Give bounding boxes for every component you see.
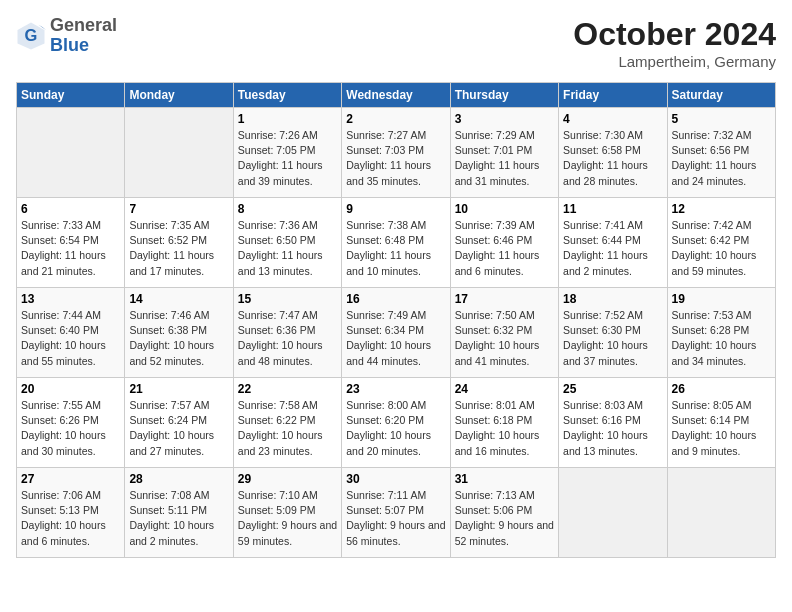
day-detail: Sunrise: 7:41 AMSunset: 6:44 PMDaylight:… <box>563 218 662 279</box>
day-detail: Sunrise: 8:00 AMSunset: 6:20 PMDaylight:… <box>346 398 445 459</box>
col-header-saturday: Saturday <box>667 83 775 108</box>
day-detail: Sunrise: 7:55 AMSunset: 6:26 PMDaylight:… <box>21 398 120 459</box>
day-detail: Sunrise: 7:58 AMSunset: 6:22 PMDaylight:… <box>238 398 337 459</box>
calendar-week-1: 1Sunrise: 7:26 AMSunset: 7:05 PMDaylight… <box>17 108 776 198</box>
day-number: 21 <box>129 382 228 396</box>
day-detail: Sunrise: 7:50 AMSunset: 6:32 PMDaylight:… <box>455 308 554 369</box>
day-detail: Sunrise: 7:06 AMSunset: 5:13 PMDaylight:… <box>21 488 120 549</box>
day-detail: Sunrise: 7:38 AMSunset: 6:48 PMDaylight:… <box>346 218 445 279</box>
day-number: 27 <box>21 472 120 486</box>
logo-icon: G <box>16 21 46 51</box>
calendar-day: 12Sunrise: 7:42 AMSunset: 6:42 PMDayligh… <box>667 198 775 288</box>
calendar-week-5: 27Sunrise: 7:06 AMSunset: 5:13 PMDayligh… <box>17 468 776 558</box>
day-detail: Sunrise: 7:44 AMSunset: 6:40 PMDaylight:… <box>21 308 120 369</box>
day-detail: Sunrise: 7:08 AMSunset: 5:11 PMDaylight:… <box>129 488 228 549</box>
day-number: 29 <box>238 472 337 486</box>
col-header-tuesday: Tuesday <box>233 83 341 108</box>
day-detail: Sunrise: 8:05 AMSunset: 6:14 PMDaylight:… <box>672 398 771 459</box>
day-detail: Sunrise: 7:27 AMSunset: 7:03 PMDaylight:… <box>346 128 445 189</box>
day-number: 13 <box>21 292 120 306</box>
calendar-day: 4Sunrise: 7:30 AMSunset: 6:58 PMDaylight… <box>559 108 667 198</box>
col-header-friday: Friday <box>559 83 667 108</box>
calendar-day <box>125 108 233 198</box>
day-detail: Sunrise: 7:26 AMSunset: 7:05 PMDaylight:… <box>238 128 337 189</box>
calendar-day: 7Sunrise: 7:35 AMSunset: 6:52 PMDaylight… <box>125 198 233 288</box>
calendar-day: 1Sunrise: 7:26 AMSunset: 7:05 PMDaylight… <box>233 108 341 198</box>
day-number: 4 <box>563 112 662 126</box>
title-block: October 2024 Lampertheim, Germany <box>573 16 776 70</box>
day-number: 5 <box>672 112 771 126</box>
calendar-day: 3Sunrise: 7:29 AMSunset: 7:01 PMDaylight… <box>450 108 558 198</box>
calendar-header-row: SundayMondayTuesdayWednesdayThursdayFrid… <box>17 83 776 108</box>
location: Lampertheim, Germany <box>573 53 776 70</box>
calendar-day: 30Sunrise: 7:11 AMSunset: 5:07 PMDayligh… <box>342 468 450 558</box>
page-header: G General Blue October 2024 Lampertheim,… <box>16 16 776 70</box>
calendar-week-2: 6Sunrise: 7:33 AMSunset: 6:54 PMDaylight… <box>17 198 776 288</box>
day-detail: Sunrise: 7:39 AMSunset: 6:46 PMDaylight:… <box>455 218 554 279</box>
calendar-day: 18Sunrise: 7:52 AMSunset: 6:30 PMDayligh… <box>559 288 667 378</box>
calendar-day: 15Sunrise: 7:47 AMSunset: 6:36 PMDayligh… <box>233 288 341 378</box>
calendar-day: 23Sunrise: 8:00 AMSunset: 6:20 PMDayligh… <box>342 378 450 468</box>
day-detail: Sunrise: 7:33 AMSunset: 6:54 PMDaylight:… <box>21 218 120 279</box>
day-detail: Sunrise: 7:42 AMSunset: 6:42 PMDaylight:… <box>672 218 771 279</box>
day-number: 20 <box>21 382 120 396</box>
svg-text:G: G <box>25 25 38 43</box>
calendar-day: 27Sunrise: 7:06 AMSunset: 5:13 PMDayligh… <box>17 468 125 558</box>
day-detail: Sunrise: 7:32 AMSunset: 6:56 PMDaylight:… <box>672 128 771 189</box>
day-number: 16 <box>346 292 445 306</box>
day-detail: Sunrise: 8:03 AMSunset: 6:16 PMDaylight:… <box>563 398 662 459</box>
day-number: 8 <box>238 202 337 216</box>
day-detail: Sunrise: 7:53 AMSunset: 6:28 PMDaylight:… <box>672 308 771 369</box>
calendar-day: 10Sunrise: 7:39 AMSunset: 6:46 PMDayligh… <box>450 198 558 288</box>
logo-text: General Blue <box>50 16 117 56</box>
day-number: 15 <box>238 292 337 306</box>
calendar-day: 5Sunrise: 7:32 AMSunset: 6:56 PMDaylight… <box>667 108 775 198</box>
day-detail: Sunrise: 7:36 AMSunset: 6:50 PMDaylight:… <box>238 218 337 279</box>
calendar-day <box>667 468 775 558</box>
day-number: 26 <box>672 382 771 396</box>
calendar-week-4: 20Sunrise: 7:55 AMSunset: 6:26 PMDayligh… <box>17 378 776 468</box>
logo: G General Blue <box>16 16 117 56</box>
calendar-day: 8Sunrise: 7:36 AMSunset: 6:50 PMDaylight… <box>233 198 341 288</box>
calendar-day: 17Sunrise: 7:50 AMSunset: 6:32 PMDayligh… <box>450 288 558 378</box>
day-number: 25 <box>563 382 662 396</box>
day-detail: Sunrise: 8:01 AMSunset: 6:18 PMDaylight:… <box>455 398 554 459</box>
day-number: 22 <box>238 382 337 396</box>
day-number: 24 <box>455 382 554 396</box>
day-number: 1 <box>238 112 337 126</box>
day-detail: Sunrise: 7:13 AMSunset: 5:06 PMDaylight:… <box>455 488 554 549</box>
calendar-day: 26Sunrise: 8:05 AMSunset: 6:14 PMDayligh… <box>667 378 775 468</box>
day-detail: Sunrise: 7:35 AMSunset: 6:52 PMDaylight:… <box>129 218 228 279</box>
calendar-day: 28Sunrise: 7:08 AMSunset: 5:11 PMDayligh… <box>125 468 233 558</box>
day-number: 18 <box>563 292 662 306</box>
calendar-day: 24Sunrise: 8:01 AMSunset: 6:18 PMDayligh… <box>450 378 558 468</box>
day-detail: Sunrise: 7:29 AMSunset: 7:01 PMDaylight:… <box>455 128 554 189</box>
day-detail: Sunrise: 7:47 AMSunset: 6:36 PMDaylight:… <box>238 308 337 369</box>
day-detail: Sunrise: 7:57 AMSunset: 6:24 PMDaylight:… <box>129 398 228 459</box>
day-detail: Sunrise: 7:11 AMSunset: 5:07 PMDaylight:… <box>346 488 445 549</box>
day-number: 9 <box>346 202 445 216</box>
calendar-day: 21Sunrise: 7:57 AMSunset: 6:24 PMDayligh… <box>125 378 233 468</box>
calendar-day: 25Sunrise: 8:03 AMSunset: 6:16 PMDayligh… <box>559 378 667 468</box>
calendar-day <box>17 108 125 198</box>
calendar-day <box>559 468 667 558</box>
day-number: 2 <box>346 112 445 126</box>
month-title: October 2024 <box>573 16 776 53</box>
col-header-monday: Monday <box>125 83 233 108</box>
day-number: 6 <box>21 202 120 216</box>
calendar-day: 6Sunrise: 7:33 AMSunset: 6:54 PMDaylight… <box>17 198 125 288</box>
calendar-day: 9Sunrise: 7:38 AMSunset: 6:48 PMDaylight… <box>342 198 450 288</box>
col-header-thursday: Thursday <box>450 83 558 108</box>
calendar-day: 11Sunrise: 7:41 AMSunset: 6:44 PMDayligh… <box>559 198 667 288</box>
day-number: 31 <box>455 472 554 486</box>
calendar-day: 22Sunrise: 7:58 AMSunset: 6:22 PMDayligh… <box>233 378 341 468</box>
col-header-sunday: Sunday <box>17 83 125 108</box>
day-number: 30 <box>346 472 445 486</box>
day-number: 14 <box>129 292 228 306</box>
day-number: 11 <box>563 202 662 216</box>
calendar-day: 14Sunrise: 7:46 AMSunset: 6:38 PMDayligh… <box>125 288 233 378</box>
day-number: 7 <box>129 202 228 216</box>
calendar-day: 29Sunrise: 7:10 AMSunset: 5:09 PMDayligh… <box>233 468 341 558</box>
day-number: 17 <box>455 292 554 306</box>
col-header-wednesday: Wednesday <box>342 83 450 108</box>
